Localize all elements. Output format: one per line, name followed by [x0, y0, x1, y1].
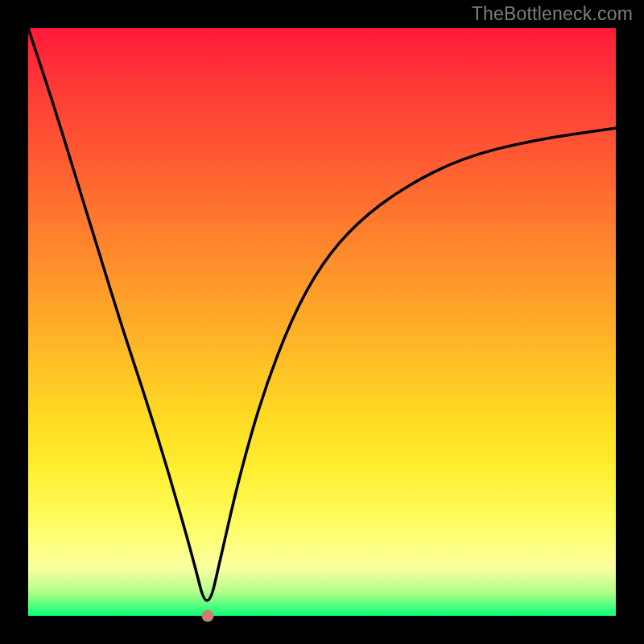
watermark-text: TheBottleneck.com	[472, 3, 633, 25]
optimal-point-marker	[201, 610, 213, 622]
bottleneck-curve	[28, 28, 616, 616]
plot-area	[28, 28, 616, 616]
chart-frame: TheBottleneck.com	[0, 0, 644, 644]
curve-path	[28, 28, 616, 601]
